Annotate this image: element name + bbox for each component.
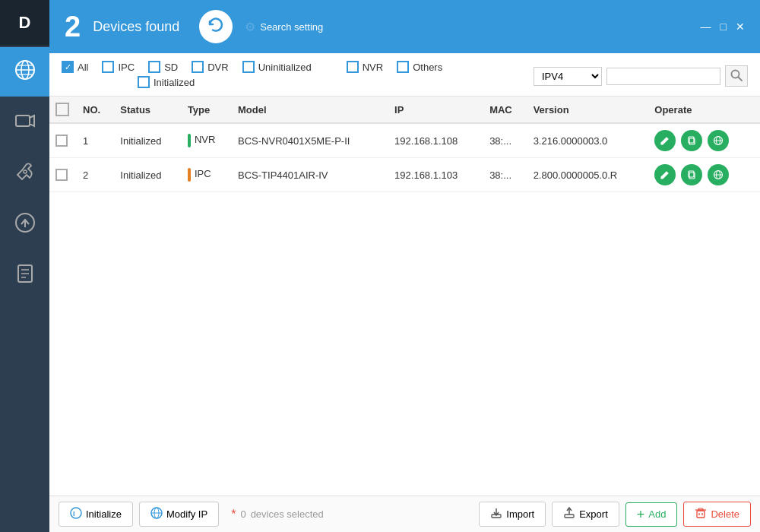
sidebar-item-docs[interactable] xyxy=(0,251,49,300)
initialize-label: Initialize xyxy=(86,508,122,520)
filter-all-checkbox[interactable]: ✓ xyxy=(62,61,74,73)
ip-icon xyxy=(14,59,36,85)
filter-dvr[interactable]: DVR xyxy=(192,61,228,73)
camera-icon xyxy=(14,110,36,136)
table-body: 1 Initialized NVR BCS-NVR0401X5ME-P-II 1… xyxy=(49,123,760,192)
refresh-icon xyxy=(207,15,225,38)
row-1-checkbox[interactable] xyxy=(55,135,68,147)
filter-dvr-label: DVR xyxy=(207,62,228,73)
delete-label: Delete xyxy=(711,508,739,520)
web-button-1[interactable] xyxy=(708,130,729,151)
minimize-button[interactable]: — xyxy=(701,21,711,33)
row-2-checkbox[interactable] xyxy=(55,169,68,181)
maximize-button[interactable]: □ xyxy=(720,21,727,33)
filter-init-checkbox[interactable] xyxy=(138,76,150,88)
copy-button-2[interactable] xyxy=(681,164,702,185)
filter-uninit-checkbox[interactable] xyxy=(242,61,255,73)
row-type: NVR xyxy=(182,123,232,158)
svg-rect-5 xyxy=(16,116,30,126)
filter-uninitialized[interactable]: Uninitialized xyxy=(242,61,312,73)
search-button[interactable] xyxy=(725,65,748,87)
row-no: 2 xyxy=(77,158,114,192)
export-button[interactable]: Export xyxy=(552,502,619,527)
row-operate xyxy=(648,158,760,192)
delete-button[interactable]: Delete xyxy=(683,502,751,527)
footer-right: Import Export + Add Delete xyxy=(479,502,751,527)
device-table: NO. Status Type Model IP MAC Version Ope… xyxy=(49,97,760,192)
row-model: BCS-TIP4401AIR-IV xyxy=(232,158,388,192)
sidebar: D xyxy=(0,0,49,532)
table-header-row: NO. Status Type Model IP MAC Version Ope… xyxy=(49,97,760,123)
main-content: 2 Devices found ⚙ Search setting — □ ✕ ✓ xyxy=(49,0,760,532)
upgrade-icon xyxy=(14,212,36,238)
sidebar-item-upgrade[interactable] xyxy=(0,200,49,249)
type-indicator-orange xyxy=(188,168,191,182)
filter-right: IPV4 IPV6 xyxy=(534,65,748,87)
modify-ip-label: Modify IP xyxy=(166,508,207,520)
edit-button-1[interactable] xyxy=(654,130,676,151)
ip-version-select[interactable]: IPV4 IPV6 xyxy=(534,67,602,86)
filter-all[interactable]: ✓ All xyxy=(62,61,88,73)
col-no: NO. xyxy=(77,97,114,123)
filter-initialized[interactable]: Initialized xyxy=(138,76,195,88)
gear-icon: ⚙ xyxy=(245,20,255,34)
web-button-2[interactable] xyxy=(708,164,729,185)
col-version: Version xyxy=(527,97,649,123)
header-title: Devices found xyxy=(93,19,179,35)
import-button[interactable]: Import xyxy=(479,502,546,527)
filter-bar: ✓ All IPC SD DVR Uninitialized xyxy=(49,53,760,97)
row-operate xyxy=(648,123,760,158)
filter-nvr[interactable]: NVR xyxy=(347,61,383,73)
add-icon: + xyxy=(637,508,645,521)
import-icon xyxy=(490,507,502,521)
footer: I Initialize Modify IP * 0 devices selec… xyxy=(49,496,760,532)
window-controls: — □ ✕ xyxy=(701,21,745,33)
col-mac: MAC xyxy=(483,97,527,123)
filter-others-checkbox[interactable] xyxy=(397,61,409,73)
sidebar-item-tools[interactable] xyxy=(0,149,49,198)
edit-button-2[interactable] xyxy=(654,164,676,185)
add-button[interactable]: + Add xyxy=(625,502,678,527)
tools-icon xyxy=(14,161,36,187)
search-input[interactable] xyxy=(606,68,720,85)
svg-marker-6 xyxy=(30,116,34,126)
filter-others[interactable]: Others xyxy=(397,61,442,73)
row-checkbox-cell xyxy=(49,158,77,192)
docs-icon xyxy=(14,263,36,289)
selected-label: devices selected xyxy=(251,508,324,520)
filter-sd-checkbox[interactable] xyxy=(148,61,160,73)
col-type: Type xyxy=(182,97,232,123)
sidebar-item-camera[interactable] xyxy=(0,98,49,147)
table-row: 2 Initialized IPC BCS-TIP4401AIR-IV 192.… xyxy=(49,158,760,192)
filter-ipc-label: IPC xyxy=(118,62,135,73)
import-label: Import xyxy=(506,508,534,520)
svg-rect-35 xyxy=(565,515,574,518)
filter-all-label: All xyxy=(78,62,88,73)
filter-ipc-checkbox[interactable] xyxy=(102,61,114,73)
select-all-checkbox[interactable] xyxy=(55,103,69,116)
footer-selected: * 0 devices selected xyxy=(231,508,324,521)
initialize-button[interactable]: I Initialize xyxy=(59,502,133,527)
filter-nvr-checkbox[interactable] xyxy=(347,61,359,73)
search-setting-button[interactable]: ⚙ Search setting xyxy=(245,20,323,34)
refresh-button[interactable] xyxy=(199,10,233,43)
export-label: Export xyxy=(579,508,608,520)
row-type: IPC xyxy=(182,158,232,192)
export-icon xyxy=(563,507,575,521)
copy-button-1[interactable] xyxy=(681,130,702,151)
header: 2 Devices found ⚙ Search setting — □ ✕ xyxy=(49,0,760,53)
row-status: Initialized xyxy=(114,123,182,158)
filter-uninitialized-label: Uninitialized xyxy=(258,62,312,73)
col-operate: Operate xyxy=(648,97,760,123)
filter-initialized-label: Initialized xyxy=(154,77,195,88)
selected-count: 0 xyxy=(240,508,245,520)
devices-count: 2 xyxy=(65,11,81,43)
search-icon xyxy=(730,69,743,84)
modify-ip-button[interactable]: Modify IP xyxy=(139,502,219,527)
sidebar-item-ip[interactable] xyxy=(0,47,49,97)
filter-ipc[interactable]: IPC xyxy=(102,61,135,73)
close-button[interactable]: ✕ xyxy=(736,21,745,33)
svg-rect-41 xyxy=(698,508,703,510)
filter-sd[interactable]: SD xyxy=(148,61,178,73)
filter-dvr-checkbox[interactable] xyxy=(192,61,204,73)
